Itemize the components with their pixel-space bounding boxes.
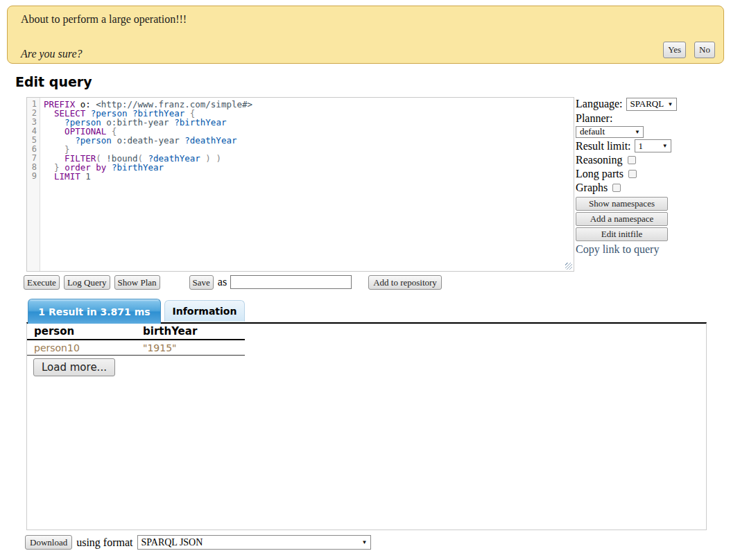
reasoning-checkbox[interactable] [628,156,636,164]
language-label: Language: [576,98,623,110]
tab-information[interactable]: Information [164,300,245,322]
resize-grip-icon[interactable] [565,263,572,270]
code-line: ?person o:birth-year ?birthYear [44,118,574,127]
copy-link-to-query-link[interactable]: Copy link to query [576,243,711,256]
query-editor[interactable]: 123456789 PREFIX o: <http://www.franz.co… [26,97,574,272]
long-parts-label: Long parts [576,168,624,180]
code-line: LIMIT 1 [44,172,574,181]
planner-label: Planner: [576,112,711,125]
dropdown-arrow-icon: ▼ [662,143,668,149]
warning-message: About to perform a large operation!!! [21,13,187,26]
reasoning-label: Reasoning [576,154,623,166]
tab-results[interactable]: 1 Result in 3.871 ms [28,299,161,324]
save-button[interactable]: Save [189,275,214,290]
show-namespaces-button[interactable]: Show namespaces [576,197,668,211]
load-more-button[interactable]: Load more... [33,358,115,376]
table-row: person10"1915" [27,340,245,356]
edit-initfile-button[interactable]: Edit initfile [576,227,668,241]
editor-gutter: 123456789 [27,98,40,271]
execute-button[interactable]: Execute [24,275,60,290]
show-plan-button[interactable]: Show Plan [114,275,160,290]
as-label: as [218,276,227,288]
results-body: person10"1915" [27,340,245,356]
graphs-label: Graphs [576,182,608,194]
result-literal: "1915" [143,342,245,353]
yes-button[interactable]: Yes [663,42,686,58]
planner-select[interactable]: default ▼ [576,126,644,138]
no-button[interactable]: No [694,42,715,58]
query-options-sidebar: Language: SPARQL ▼ Planner: default ▼ Re… [576,97,711,256]
add-namespace-button[interactable]: Add a namespace [576,212,668,226]
column-header: person [27,325,143,338]
dropdown-arrow-icon: ▼ [362,539,368,545]
results-header-row: personbirthYear [27,324,245,340]
warning-banner: About to perform a large operation!!! Ar… [7,6,724,64]
result-resource-link[interactable]: person10 [27,342,143,353]
dropdown-arrow-icon: ▼ [668,101,673,107]
code-line: ?person o:death-year ?deathYear [44,136,574,145]
results-table: personbirthYear person10"1915" Load more… [27,324,245,376]
dropdown-arrow-icon: ▼ [635,129,640,135]
long-parts-checkbox[interactable] [628,170,637,178]
add-to-repository-button[interactable]: Add to repository [368,275,442,290]
result-limit-select[interactable]: 1 ▼ [635,139,671,152]
language-select[interactable]: SPARQL ▼ [626,98,677,111]
code-line: } order by ?birthYear [44,163,574,172]
download-button[interactable]: Download [25,535,72,550]
result-limit-label: Result limit: [576,140,631,152]
log-query-button[interactable]: Log Query [64,275,110,290]
editor-code[interactable]: PREFIX o: <http://www.franz.com/simple#>… [40,98,574,271]
save-name-input[interactable] [230,275,352,289]
using-format-label: using format [76,536,132,549]
page-title: Edit query [15,74,92,89]
graphs-checkbox[interactable] [612,184,621,192]
confirmation-question: Are you sure? [21,48,83,60]
results-panel: personbirthYear person10"1915" Load more… [26,322,707,530]
column-header: birthYear [143,325,245,338]
download-format-select[interactable]: SPARQL JSON ▼ [137,535,371,550]
